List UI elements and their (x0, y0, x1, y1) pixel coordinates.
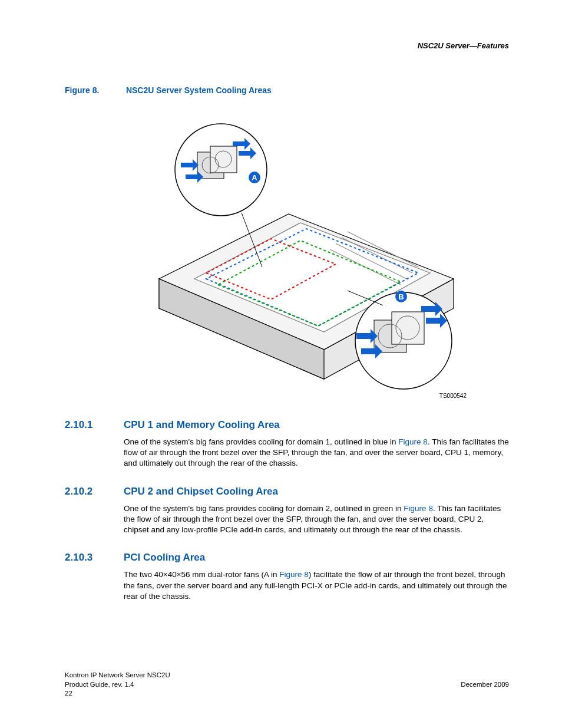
footer-date: December 2009 (461, 680, 509, 690)
figure-label: Figure 8. (65, 85, 124, 95)
figure-title: NSC2U Server System Cooling Areas (126, 85, 272, 95)
section-number: 2.10.1 (65, 419, 124, 431)
callout-b-label: B (398, 292, 404, 301)
section-title: CPU 1 and Memory Cooling Area (124, 419, 280, 431)
section-body: The two 40×40×56 mm dual-rotor fans (A i… (124, 569, 509, 602)
section-body: One of the system's big fans provides co… (124, 503, 509, 536)
figure-8-link[interactable]: Figure 8 (398, 437, 428, 446)
figure-image: A B TS000542 (124, 102, 471, 403)
figure-8-link[interactable]: Figure 8 (279, 570, 309, 579)
section-2-10-1: 2.10.1 CPU 1 and Memory Cooling Area One… (65, 419, 509, 469)
figure-caption: Figure 8. NSC2U Server System Cooling Ar… (65, 85, 509, 95)
section-number: 2.10.2 (65, 486, 124, 498)
section-number: 2.10.3 (65, 552, 124, 564)
section-2-10-2: 2.10.2 CPU 2 and Chipset Cooling Area On… (65, 486, 509, 536)
section-title: PCI Cooling Area (124, 552, 205, 564)
footer-doc-title: Kontron IP Network Server NSC2U (65, 671, 170, 680)
section-body: One of the system's big fans provides co… (124, 437, 509, 469)
section-2-10-3: 2.10.3 PCI Cooling Area The two 40×40×56… (65, 552, 509, 602)
section-title: CPU 2 and Chipset Cooling Area (124, 486, 278, 498)
callout-a-label: A (252, 173, 257, 182)
footer-page-number: 22 (65, 689, 509, 699)
figure-8-link[interactable]: Figure 8 (404, 504, 433, 513)
footer-doc-rev: Product Guide, rev. 1.4 (65, 680, 134, 690)
page-footer: Kontron IP Network Server NSC2U Product … (65, 671, 509, 699)
svg-rect-13 (210, 146, 237, 173)
running-header: NSC2U Server—Features (65, 41, 509, 50)
figure-image-id: TS000542 (439, 393, 467, 399)
